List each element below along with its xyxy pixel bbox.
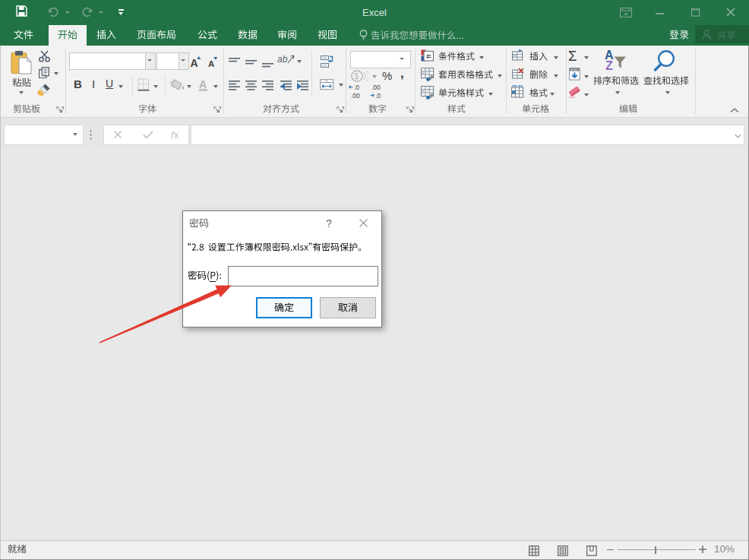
svg-text:.00: .00 xyxy=(351,92,360,100)
svg-text:.00: .00 xyxy=(371,84,381,91)
svg-text:$: $ xyxy=(355,72,359,81)
svg-text:.0: .0 xyxy=(375,92,381,100)
svg-text:.0: .0 xyxy=(354,84,359,91)
svg-text:ab: ab xyxy=(277,54,288,65)
